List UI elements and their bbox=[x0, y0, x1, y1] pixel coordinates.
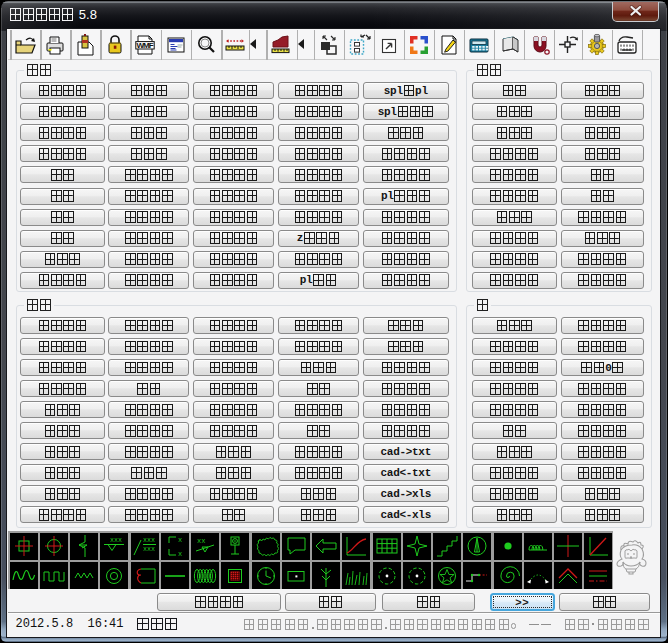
svg-text:x: x bbox=[178, 550, 182, 558]
svg-text:xxx: xxx bbox=[143, 546, 155, 553]
svg-text:xx: xx bbox=[197, 537, 205, 545]
svg-text:xxx: xxx bbox=[110, 537, 122, 544]
svg-text:x: x bbox=[178, 536, 182, 544]
svg-text:WMF: WMF bbox=[137, 41, 154, 50]
svg-text:xxx: xxx bbox=[143, 537, 155, 544]
